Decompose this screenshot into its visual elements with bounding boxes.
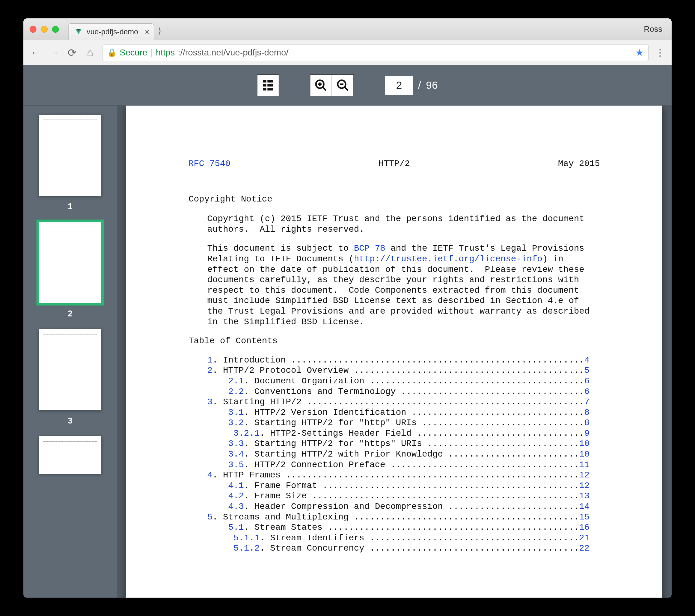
toc-page[interactable]: 13 — [579, 491, 590, 501]
thumbnail-page-3[interactable]: ■■■■■■■■■■■■■■■■■■■■■■■■■■■■■■■■■■■■■■■■… — [39, 329, 101, 410]
toc-page[interactable]: 9 — [584, 428, 590, 438]
toc-entry: 3.2. Starting HTTP/2 for "http" URIs ...… — [207, 418, 600, 428]
close-window-button[interactable] — [30, 26, 36, 33]
toc-number[interactable]: 5.1 — [228, 523, 244, 532]
toc-number[interactable]: 3.2 — [228, 418, 244, 427]
back-button[interactable]: ← — [30, 47, 41, 58]
toc-number[interactable]: 3.3 — [228, 439, 244, 448]
thumbnail-label: 1 — [68, 201, 73, 211]
profile-name[interactable]: Ross — [644, 24, 665, 34]
window-controls — [30, 26, 59, 33]
thumbnail-page-4[interactable]: ■■■■■■■■■■■■■■■■■■■■■■■■■■■■■■■■■■■■■■■■… — [39, 436, 101, 474]
toc-page[interactable]: 6 — [584, 387, 590, 397]
thumbnail-panel[interactable]: ■■■■■■■■■■■■■■■■■■■■■■■■■■■■■■■■■■■■■■■■… — [23, 106, 117, 598]
toc-page[interactable]: 10 — [579, 450, 590, 459]
separator: | — [151, 48, 153, 58]
toc-number[interactable]: 4 — [207, 470, 213, 480]
svg-rect-4 — [268, 84, 273, 86]
zoom-in-button[interactable] — [310, 74, 332, 96]
home-button[interactable]: ⌂ — [84, 47, 96, 58]
toc-page[interactable]: 11 — [579, 460, 590, 470]
toc-page[interactable]: 10 — [579, 439, 590, 448]
toc-page[interactable]: 21 — [579, 533, 590, 543]
forward-button: → — [48, 47, 60, 58]
new-tab-button[interactable]: ⟩ — [158, 25, 162, 36]
titlebar: vue-pdfjs-demo × ⟩ Ross — [23, 18, 672, 40]
pdf-page: RFC 7540 HTTP/2 May 2015 Copyright Notic… — [126, 106, 662, 598]
bcp78-link[interactable]: BCP 78 — [354, 244, 385, 253]
copyright-para-1: Copyright (c) 2015 IETF Trust and the pe… — [207, 214, 600, 234]
toc-entry: 5.1. Stream States .....................… — [207, 522, 600, 533]
viewer-toolbar: / 96 — [23, 65, 672, 106]
thumbnail-page-2[interactable]: ■■■■■■■■■■■■■■■■■■■■■■■■■■■■■■■■■■■■■■■■… — [39, 222, 101, 303]
thumbnails-icon — [261, 78, 275, 92]
current-page-input[interactable] — [385, 76, 413, 95]
minimize-window-button[interactable] — [41, 26, 48, 33]
browser-window: vue-pdfjs-demo × ⟩ Ross ← → ⟳ ⌂ 🔒 Secure… — [23, 18, 672, 598]
toc-entry: 3. Starting HTTP/2 .....................… — [207, 397, 600, 407]
toc-page[interactable]: 6 — [584, 376, 590, 386]
toc-entry: 3.3. Starting HTTP/2 for "https" URIs ..… — [207, 439, 600, 449]
toc-page[interactable]: 15 — [579, 512, 590, 522]
toc-number[interactable]: 5.1.2 — [234, 543, 260, 553]
page-indicator: / 96 — [385, 76, 438, 95]
toc-page[interactable]: 8 — [584, 408, 590, 417]
toc-number[interactable]: 4.3 — [228, 502, 244, 511]
svg-line-7 — [323, 87, 326, 90]
toc-number[interactable]: 3.4 — [228, 450, 244, 459]
viewer-content: ■■■■■■■■■■■■■■■■■■■■■■■■■■■■■■■■■■■■■■■■… — [23, 106, 672, 598]
toc-number[interactable]: 1 — [207, 355, 213, 365]
toc-number[interactable]: 4.2 — [228, 491, 244, 501]
menu-button[interactable]: ⋮ — [656, 47, 665, 58]
thumbnail-label: 2 — [68, 309, 73, 319]
svg-rect-0 — [263, 80, 267, 82]
thumbnail-page-1[interactable]: ■■■■■■■■■■■■■■■■■■■■■■■■■■■■■■■■■■■■■■■■… — [39, 115, 101, 196]
toc-entry: 5. Streams and Multiplexing ............… — [207, 512, 600, 523]
toc-number[interactable]: 4.1 — [228, 481, 244, 491]
toc-number[interactable]: 5 — [207, 512, 213, 522]
toc-page[interactable]: 7 — [584, 397, 590, 407]
rfc-link[interactable]: RFC 7540 — [189, 159, 230, 169]
bookmark-star-icon[interactable]: ★ — [635, 47, 644, 58]
toc-page[interactable]: 22 — [579, 543, 590, 553]
copyright-para-2: This document is subject to BCP 78 and t… — [207, 243, 600, 327]
toc-number[interactable]: 3.5 — [228, 460, 244, 470]
zoom-group — [310, 74, 354, 96]
zoom-in-icon — [314, 78, 328, 92]
url-scheme: https — [156, 48, 175, 58]
toc-entry: 2.1. Document Organization .............… — [207, 376, 600, 386]
reload-button[interactable]: ⟳ — [66, 47, 78, 59]
tab-title: vue-pdfjs-demo — [87, 28, 138, 36]
browser-tab[interactable]: vue-pdfjs-demo × — [68, 23, 154, 40]
page-scroll-area[interactable]: RFC 7540 HTTP/2 May 2015 Copyright Notic… — [117, 106, 672, 598]
toc-entry: 5.1.1. Stream Identifiers ..............… — [207, 533, 600, 543]
thumbnails-toggle-button[interactable] — [257, 74, 279, 96]
toc-page[interactable]: 16 — [579, 523, 590, 532]
toc-number[interactable]: 2 — [207, 366, 213, 375]
license-info-link[interactable]: http://trustee.ietf.org/license-info — [354, 254, 542, 264]
toc-heading: Table of Contents — [189, 336, 600, 346]
doc-title: HTTP/2 — [379, 159, 410, 169]
close-tab-icon[interactable]: × — [145, 27, 149, 37]
toc-page[interactable]: 5 — [584, 366, 590, 375]
maximize-window-button[interactable] — [52, 26, 59, 33]
thumbnail-label: 3 — [68, 416, 73, 426]
url-field[interactable]: 🔒 Secure | https://rossta.net/vue-pdfjs-… — [103, 44, 648, 61]
toc-number[interactable]: 3.2.1 — [234, 428, 260, 438]
toc-page[interactable]: 14 — [579, 502, 590, 511]
toc-number[interactable]: 2.1 — [228, 376, 244, 386]
copyright-heading: Copyright Notice — [189, 194, 600, 205]
toc-page[interactable]: 4 — [584, 355, 590, 365]
toc-page[interactable]: 12 — [579, 481, 590, 491]
toc-entry: 2.2. Conventions and Terminology .......… — [207, 386, 600, 397]
toc-page[interactable]: 12 — [579, 470, 590, 480]
secure-label: Secure — [120, 48, 148, 58]
toc-entry: 2. HTTP/2 Protocol Overview ............… — [207, 365, 600, 376]
toc-number[interactable]: 5.1.1 — [234, 533, 260, 543]
toc-number[interactable]: 3 — [207, 397, 213, 407]
toc-number[interactable]: 3.1 — [228, 408, 244, 417]
pdf-viewer: / 96 ■■■■■■■■■■■■■■■■■■■■■■■■■■■■■■■■■■■… — [23, 65, 672, 598]
toc-number[interactable]: 2.2 — [228, 387, 244, 397]
zoom-out-button[interactable] — [332, 74, 354, 96]
toc-page[interactable]: 8 — [584, 418, 590, 427]
